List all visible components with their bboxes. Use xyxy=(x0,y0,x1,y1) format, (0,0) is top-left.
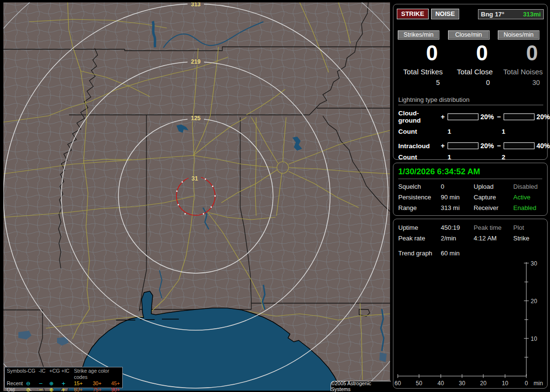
noises-per-min-value: 0 xyxy=(496,40,545,64)
strikes-counter-column: Strikes/min 0 Total Strikes 5 xyxy=(396,30,445,86)
y-tick-20: 20 xyxy=(531,298,537,305)
strikes-per-min-chip[interactable]: Strikes/min xyxy=(398,30,439,40)
ic-negative-count: 2 xyxy=(502,154,543,161)
range-label: Range xyxy=(398,204,441,211)
cg-negative-pct: 20% xyxy=(535,113,550,121)
receiver-status: Enabled xyxy=(513,204,547,211)
age-45: 45+ xyxy=(111,380,122,387)
legend-row-recent-label: Recent xyxy=(7,380,26,387)
x-tick-60: 60 xyxy=(394,380,401,387)
upload-status: Disabled xyxy=(513,183,547,190)
cg-negative-count: 1 xyxy=(502,128,543,135)
copyright-text: ©2005 Astrogenic Systems xyxy=(331,380,391,392)
y-tick-10: 10 xyxy=(531,336,537,342)
ring-label-313: 313 xyxy=(191,2,201,8)
noise-mode-button[interactable]: NOISE xyxy=(431,9,459,19)
settings-grid: Squelch 0 Upload Disabled Persistence 90… xyxy=(398,183,547,211)
count-label: Count xyxy=(398,154,448,161)
close-per-min-value: 0 xyxy=(446,40,495,64)
positive-sign: + xyxy=(441,142,448,150)
total-strikes-value: 5 xyxy=(396,76,445,86)
close-per-min-chip[interactable]: Close/min xyxy=(448,30,490,40)
noises-counter-column: Noises/min 0 Total Noises 30 xyxy=(496,30,545,86)
strike-mode-button[interactable]: STRIKE xyxy=(397,9,429,19)
pos-cg-old-icon: ⊕ xyxy=(49,387,61,392)
age-75: 75+ xyxy=(93,387,111,392)
persistence-value: 90 min xyxy=(441,194,474,201)
date-time-display: 1/30/2026 6:34:52 AM xyxy=(398,167,542,179)
nexstorm-app: { "header": { "strike_button": "STRIKE",… xyxy=(0,0,550,392)
ic-positive-count: 1 xyxy=(448,154,502,161)
trend-axes xyxy=(398,262,529,378)
trend-graph: 30 20 10 60 50 40 30 20 10 0 min xyxy=(393,219,547,388)
bearing-range-value: 313mi xyxy=(523,11,541,18)
receiver-label: Receiver xyxy=(474,204,513,211)
stats-grid: Uptime 450:19 Peak time Plot Peak rate 2… xyxy=(398,224,547,242)
close-counter-column: Close/min 0 Total Close 0 xyxy=(446,30,495,86)
capture-label: Capture xyxy=(474,194,513,201)
status-section: 1/30/2026 6:34:52 AM Squelch 0 Upload Di… xyxy=(393,163,548,216)
squelch-value: 0 xyxy=(441,183,474,190)
legend-col-pos-cg: +CG xyxy=(49,368,61,380)
age-60: 60+ xyxy=(74,387,93,392)
trend-graph-row: Trend graph 60 min xyxy=(398,250,547,257)
ring-label-31: 31 xyxy=(191,175,198,182)
total-strikes-label: Total Strikes xyxy=(396,64,445,76)
y-tick-30: 30 xyxy=(531,260,537,267)
trend-axis-labels: 30 20 10 60 50 40 30 20 10 0 min xyxy=(394,260,543,387)
intracloud-count-row: Count 1 2 xyxy=(398,154,543,161)
peak-time-value: 4:12 AM xyxy=(474,235,513,242)
persistence-label: Persistence xyxy=(398,194,441,201)
noises-per-min-chip[interactable]: Noises/min xyxy=(498,30,539,40)
lightning-map[interactable]: 31 125 219 313 xyxy=(3,2,390,391)
map-canvas: 31 125 219 313 xyxy=(3,2,390,391)
x-tick-40: 40 xyxy=(437,380,444,387)
peak-rate-value: 2/min xyxy=(441,235,474,242)
ic-positive-pct: 20% xyxy=(478,142,497,150)
cg-positive-bar xyxy=(448,113,478,120)
total-noises-label: Total Noises xyxy=(496,64,545,76)
copyright-notice: ©2005 Astrogenic Systems xyxy=(331,381,391,391)
cg-positive-pct: 20% xyxy=(478,113,497,121)
intracloud-row: Intracloud + 20% − 40% xyxy=(398,142,543,150)
ring-label-219: 219 xyxy=(191,58,201,65)
distribution-title: Lightning type distribution xyxy=(398,96,543,105)
legend-row-old-label: Old xyxy=(7,387,26,392)
ic-negative-bar xyxy=(504,142,535,149)
cloud-ground-count-row: Count 1 1 xyxy=(398,128,543,135)
capture-status: Active xyxy=(513,194,547,201)
ic-negative-pct: 40% xyxy=(535,142,550,150)
x-tick-20: 20 xyxy=(480,380,487,387)
legend-age-title: Strike age color codes xyxy=(74,368,122,380)
rate-counters: Strikes/min 0 Total Strikes 5 Close/min … xyxy=(396,30,545,86)
total-noises-value: 30 xyxy=(496,76,545,86)
ic-positive-bar xyxy=(448,142,478,149)
neg-ic-old-icon: − xyxy=(39,387,49,392)
cg-positive-count: 1 xyxy=(448,128,502,135)
strike-counters-section: STRIKE NOISE Bng 17° 313mi Strikes/min 0… xyxy=(393,4,548,160)
trend-section: Uptime 450:19 Peak time Plot Peak rate 2… xyxy=(393,219,548,389)
display-mode-bar: STRIKE NOISE Bng 17° 313mi xyxy=(397,8,544,20)
plot-label: Plot xyxy=(513,224,547,231)
age-90: 90+ xyxy=(111,387,122,392)
plot-value: Strike xyxy=(513,235,547,242)
peak-time-label: Peak time xyxy=(474,224,513,231)
count-label: Count xyxy=(398,128,448,135)
bearing-range-display[interactable]: Bng 17° 313mi xyxy=(478,9,544,19)
total-close-value: 0 xyxy=(446,76,495,86)
negative-sign: − xyxy=(497,142,504,150)
bearing-label: Bng 17° xyxy=(481,11,505,18)
lightning-type-distribution: Lightning type distribution Cloud-ground… xyxy=(398,96,543,161)
legend-col-neg-cg: -CG xyxy=(26,368,39,380)
peak-rate-label: Peak rate xyxy=(398,235,441,242)
intracloud-label: Intracloud xyxy=(398,142,441,150)
ring-label-125: 125 xyxy=(191,115,201,122)
legend-col-pos-ic: +IC xyxy=(61,368,74,380)
cloud-ground-label: Cloud-ground xyxy=(398,110,441,124)
uptime-label: Uptime xyxy=(398,224,441,231)
x-tick-10: 10 xyxy=(502,380,508,387)
upload-label: Upload xyxy=(474,183,513,190)
legend-symbols-header: Symbols xyxy=(7,368,26,380)
range-value: 313 mi xyxy=(441,204,474,211)
legend-col-neg-ic: -IC xyxy=(39,368,49,380)
